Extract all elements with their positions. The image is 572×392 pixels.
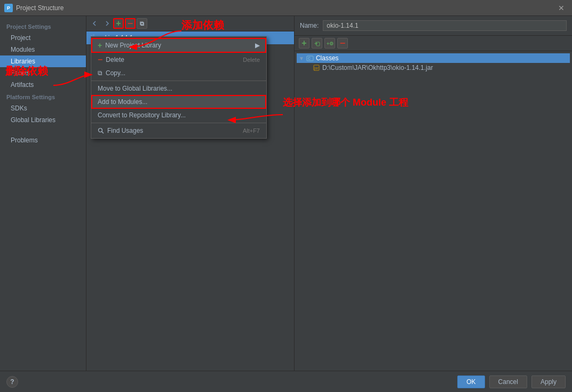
window-title: Project Structure <box>16 4 63 12</box>
find-usages-icon <box>98 127 104 134</box>
right-panel: Name: + + +⚙ − ▼ C <box>295 16 572 371</box>
right-add-jar2-button[interactable]: +⚙ <box>324 38 335 49</box>
tree-area: ▼ C Classes jar D:\Custom\JAR\Okhttp3\ok… <box>295 51 572 371</box>
copy-label: Copy... <box>106 69 125 77</box>
menu-item-delete[interactable]: − Delete Delete <box>91 53 266 67</box>
menu-item-new-project-library[interactable]: + New Project Library ▶ <box>91 38 266 53</box>
svg-text:C: C <box>308 57 311 60</box>
right-remove-button[interactable]: − <box>337 38 348 49</box>
svg-text:+⚙: +⚙ <box>327 41 333 46</box>
tree-classes-item[interactable]: ▼ C Classes <box>297 53 570 63</box>
menu-item-move-global[interactable]: Move to Global Libraries... <box>91 82 266 95</box>
apply-button[interactable]: Apply <box>531 375 566 388</box>
titlebar-left: P Project Structure <box>4 4 63 12</box>
tree-jar-item[interactable]: jar D:\Custom\JAR\Okhttp3\okio-1.14.1.ja… <box>297 63 570 73</box>
sidebar-item-modules[interactable]: Modules <box>0 44 86 55</box>
help-button[interactable]: ? <box>6 376 18 388</box>
classes-label: Classes <box>316 54 339 62</box>
delete-shortcut: Delete <box>243 57 260 63</box>
panel-toolbar: + − ⧉ <box>86 16 294 31</box>
new-lib-icon: + <box>98 41 102 50</box>
sidebar-item-sdks[interactable]: SDKs <box>0 102 86 114</box>
svg-text:P: P <box>7 5 10 11</box>
menu-item-copy[interactable]: ⧉ Copy... <box>91 67 266 79</box>
sidebar-item-artifacts[interactable]: Artifacts <box>0 79 86 91</box>
new-project-library-label: New Project Library <box>105 42 161 49</box>
name-input[interactable] <box>323 20 567 31</box>
menu-item-find-usages[interactable]: Find Usages Alt+F7 <box>91 124 266 137</box>
sidebar-item-project[interactable]: Project <box>0 32 86 44</box>
copy-icon: ⧉ <box>98 69 102 77</box>
add-modules-label: Add to Modules... <box>98 98 147 106</box>
close-button[interactable]: ✕ <box>555 3 568 13</box>
classes-icon: C <box>306 54 314 62</box>
app-icon: P <box>4 4 13 12</box>
submenu-arrow-icon: ▶ <box>255 42 260 49</box>
delete-label: Delete <box>106 56 124 63</box>
svg-point-12 <box>99 129 102 132</box>
context-menu: + New Project Library ▶ − Delete Delete … <box>91 36 267 139</box>
right-toolbar: + + +⚙ − <box>295 36 572 51</box>
main-layout: Project Settings Project Modules Librari… <box>0 16 572 371</box>
titlebar: P Project Structure ✕ <box>0 0 572 16</box>
find-usages-label: Find Usages <box>107 127 143 134</box>
delete-icon: − <box>98 55 102 64</box>
bottom-bar: ? OK Cancel Apply <box>0 371 572 392</box>
menu-item-add-modules[interactable]: Add to Modules... <box>91 95 266 109</box>
remove-library-button[interactable]: − <box>125 18 136 29</box>
name-label: Name: <box>300 22 319 29</box>
menu-separator-1 <box>91 81 266 81</box>
menu-separator-2 <box>91 123 266 123</box>
copy-library-button[interactable]: ⧉ <box>137 18 147 29</box>
menu-item-convert[interactable]: Convert to Repository Library... <box>91 109 266 122</box>
nav-back-button[interactable] <box>90 18 100 29</box>
svg-text:+: + <box>314 40 317 46</box>
add-library-button[interactable]: + <box>113 18 124 29</box>
name-row: Name: <box>295 16 572 36</box>
jar-icon: jar <box>313 64 320 71</box>
svg-line-13 <box>102 132 104 134</box>
convert-label: Convert to Repository Library... <box>98 111 186 119</box>
class-path-label: D:\Custom\JAR\Okhttp3\okio-1.14.1.jar <box>322 64 433 71</box>
right-add-jar-button[interactable]: + <box>312 38 322 49</box>
right-add-button[interactable]: + <box>299 38 309 49</box>
platform-settings-label: Platform Settings <box>0 91 86 102</box>
triangle-icon: ▼ <box>299 55 304 61</box>
sidebar-item-libraries[interactable]: Libraries <box>0 55 86 67</box>
sidebar-item-facets[interactable]: Facets <box>0 67 86 79</box>
sidebar: Project Settings Project Modules Librari… <box>0 16 86 371</box>
cancel-button[interactable]: Cancel <box>489 375 527 388</box>
find-usages-shortcut: Alt+F7 <box>243 127 260 134</box>
svg-text:jar: jar <box>314 66 319 70</box>
nav-forward-button[interactable] <box>101 18 112 29</box>
ok-button[interactable]: OK <box>457 375 484 388</box>
project-settings-label: Project Settings <box>0 20 86 32</box>
bottom-buttons: OK Cancel Apply <box>457 375 566 388</box>
sidebar-item-problems[interactable]: Problems <box>0 134 86 146</box>
sidebar-item-global-libraries[interactable]: Global Libraries <box>0 114 86 126</box>
move-global-label: Move to Global Libraries... <box>98 85 172 92</box>
